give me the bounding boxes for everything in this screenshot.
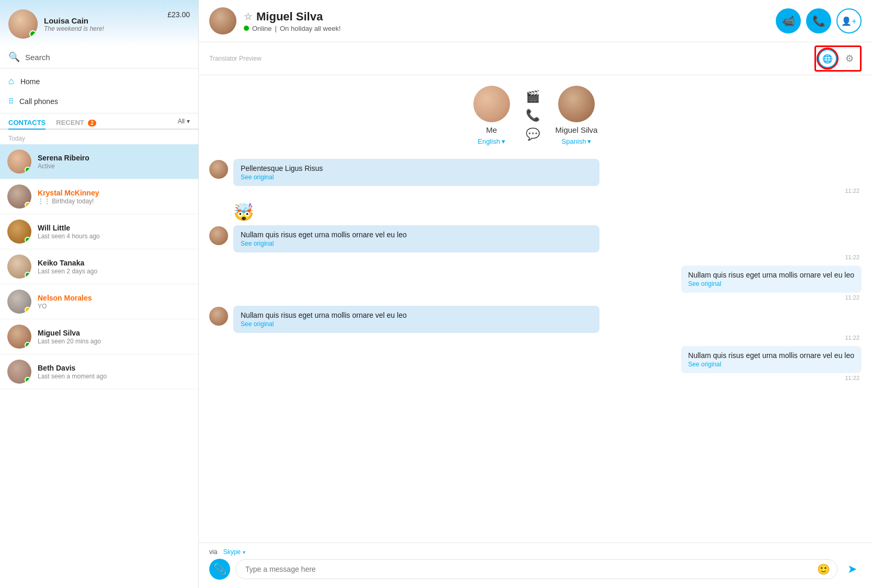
contact-info: Will Little Last seen 4 hours ago — [38, 224, 191, 240]
contact-name: Krystal McKinney — [38, 189, 191, 197]
main-chat: ☆ Miguel Silva Online | On holiday all w… — [199, 0, 872, 588]
chevron-down-icon: ▾ — [187, 118, 190, 125]
contact-name: Nelson Morales — [38, 294, 191, 302]
contact-info: Krystal McKinney ⋮⋮ Birthday today! — [38, 189, 191, 205]
sidebar-item-home[interactable]: ⌂ Home — [0, 71, 198, 92]
table-row: Nullam quis risus eget urna mollis ornar… — [209, 346, 862, 381]
profile-bar: Louisa Cain The weekend is here! £23.00 — [0, 0, 198, 46]
settings-button[interactable]: ⚙ — [841, 50, 858, 67]
table-row: Nullam quis risus eget urna mollis ornar… — [209, 266, 862, 301]
message-bubble-wrap: Nullam quis risus eget urna mollis ornar… — [233, 225, 862, 260]
search-icon: 🔍 — [8, 51, 20, 63]
contact-name: Serena Ribeiro — [38, 154, 191, 162]
me-avatar — [473, 86, 510, 122]
send-button[interactable]: ➤ — [843, 560, 862, 579]
translator-divider-icons: 🎬 📞 💬 — [526, 90, 540, 141]
translator-controls-box: 🌐 ⚙ — [814, 45, 862, 72]
tab-recent[interactable]: RECENT 2 — [56, 117, 96, 130]
list-item[interactable]: Krystal McKinney ⋮⋮ Birthday today! — [0, 179, 198, 214]
avatar — [7, 149, 31, 174]
chat-status: Online | On holiday all week! — [244, 25, 776, 32]
table-row: 🤯 — [209, 199, 862, 225]
attach-button[interactable]: 📎 — [209, 559, 230, 580]
contact-avatar — [209, 7, 236, 34]
globe-icon: 🌐 — [822, 54, 833, 64]
message-time: 11:22 — [233, 335, 862, 341]
star-icon[interactable]: ☆ — [244, 11, 252, 22]
list-item[interactable]: Will Little Last seen 4 hours ago — [0, 214, 198, 249]
see-original-link[interactable]: See original — [688, 280, 854, 287]
contact-status: Last seen 20 mins ago — [38, 338, 191, 345]
contact-name: Keiko Tanaka — [38, 259, 191, 267]
contact-info: Beth Davis Last seen a moment ago — [38, 364, 191, 380]
message-text: Nullam quis risus eget urna mollis ornar… — [688, 351, 854, 360]
chevron-down-icon: ▾ — [587, 137, 591, 145]
list-item[interactable]: Miguel Silva Last seen 20 mins ago — [0, 319, 198, 354]
contact-info: Serena Ribeiro Active — [38, 154, 191, 170]
see-original-link[interactable]: See original — [241, 174, 592, 181]
nav-items: ⌂ Home ⠿ Call phones — [0, 68, 198, 113]
skype-link[interactable]: Skype — [223, 548, 241, 556]
contact-avatar-translator — [558, 86, 595, 122]
message-avatar — [209, 307, 228, 326]
search-input[interactable]: Search — [25, 53, 190, 62]
via-skype-label: via Skype ▾ — [209, 548, 862, 556]
see-original-link[interactable]: See original — [688, 361, 854, 368]
chevron-down-icon: ▾ — [502, 137, 505, 145]
message-input[interactable] — [235, 559, 837, 579]
contact-status: Last seen 4 hours ago — [38, 233, 191, 240]
contacts-list: Today Serena Ribeiro Active Krystal McKi… — [0, 130, 198, 588]
tab-all-filter[interactable]: All ▾ — [178, 118, 190, 125]
list-item[interactable]: Nelson Morales YO — [0, 284, 198, 319]
phone-divider-icon: 📞 — [526, 109, 540, 122]
message-bubble: Nullam quis risus eget urna mollis ornar… — [233, 306, 599, 333]
input-area: via Skype ▾ 📎 🙂 ➤ — [199, 543, 872, 588]
me-language-selector[interactable]: English ▾ — [478, 137, 505, 145]
contact-info: Keiko Tanaka Last seen 2 days ago — [38, 259, 191, 275]
online-dot — [25, 167, 31, 173]
sidebar-item-label: Home — [20, 77, 40, 86]
list-item[interactable]: Keiko Tanaka Last seen 2 days ago — [0, 249, 198, 284]
message-bubble-wrap: Pellentesque Ligus Risus See original 11… — [233, 159, 862, 194]
voice-call-button[interactable]: 📞 — [806, 8, 831, 33]
message-bubble: Nullam quis risus eget urna mollis ornar… — [681, 346, 862, 373]
list-item[interactable]: Beth Davis Last seen a moment ago — [0, 354, 198, 389]
table-row: Nullam quis risus eget urna mollis ornar… — [209, 306, 862, 341]
search-bar[interactable]: 🔍 Search — [0, 46, 198, 68]
sidebar-item-call-phones[interactable]: ⠿ Call phones — [0, 92, 198, 111]
list-item[interactable]: Serena Ribeiro Active — [0, 144, 198, 179]
table-row: Pellentesque Ligus Risus See original 11… — [209, 159, 862, 194]
paperclip-icon: 📎 — [213, 563, 227, 575]
avatar — [7, 185, 31, 209]
message-input-wrap: 🙂 — [235, 559, 837, 579]
add-contact-button[interactable]: 👤+ — [836, 8, 862, 33]
today-section-label: Today — [0, 130, 198, 144]
message-time: 11:22 — [233, 254, 862, 260]
contact-info: Miguel Silva Last seen 20 mins ago — [38, 329, 191, 345]
message-input-row: 📎 🙂 ➤ — [209, 559, 862, 580]
avatar — [7, 255, 31, 279]
contact-status: Active — [38, 163, 191, 170]
online-status-dot — [29, 30, 37, 38]
video-call-button[interactable]: 📹 — [776, 8, 801, 33]
online-dot — [25, 342, 31, 348]
chat-header: ☆ Miguel Silva Online | On holiday all w… — [199, 0, 872, 42]
contact-language-selector[interactable]: Spanish ▾ — [562, 137, 592, 145]
translator-button[interactable]: 🌐 — [818, 49, 837, 68]
dialpad-icon: ⠿ — [8, 97, 13, 106]
home-icon: ⌂ — [8, 76, 14, 87]
avatar — [7, 220, 31, 244]
see-original-link[interactable]: See original — [241, 240, 592, 247]
sidebar: Louisa Cain The weekend is here! £23.00 … — [0, 0, 199, 588]
messages-area: Pellentesque Ligus Risus See original 11… — [199, 154, 872, 543]
translator-me: Me English ▾ — [473, 86, 510, 145]
emoji-button[interactable]: 🙂 — [817, 563, 830, 575]
message-text: Nullam quis risus eget urna mollis ornar… — [241, 230, 592, 239]
message-bubble: Nullam quis risus eget urna mollis ornar… — [233, 225, 599, 252]
me-label: Me — [486, 125, 497, 134]
tab-contacts[interactable]: CONTACTS — [8, 117, 46, 130]
avatar — [7, 290, 31, 314]
status-dot — [25, 202, 31, 208]
see-original-link[interactable]: See original — [241, 320, 592, 328]
message-text: Pellentesque Ligus Risus — [241, 164, 592, 172]
